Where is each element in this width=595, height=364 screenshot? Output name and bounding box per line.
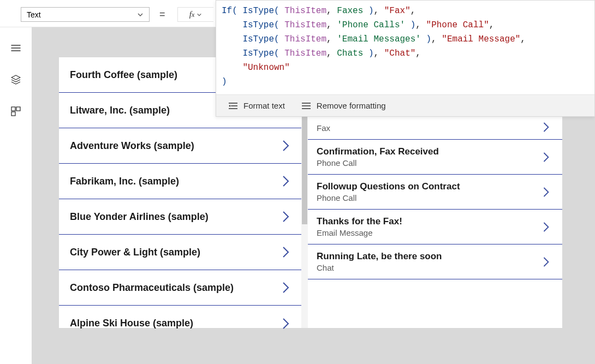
activity-type: Email Message	[317, 228, 402, 237]
chevron-right-icon	[281, 139, 290, 153]
layers-icon[interactable]	[10, 74, 21, 85]
property-selector-value: Text	[27, 10, 41, 19]
activity-type: Fax	[317, 123, 330, 133]
format-text-label: Format text	[243, 101, 285, 110]
gallery-row[interactable]: Alpine Ski House (sample)	[59, 306, 301, 341]
row-title: Adventure Works (sample)	[70, 140, 194, 152]
activity-title: Thanks for the Fax!	[317, 216, 402, 227]
remove-format-icon	[301, 102, 311, 110]
hamburger-icon[interactable]	[10, 43, 21, 53]
chevron-right-icon	[542, 151, 550, 164]
svg-rect-2	[11, 112, 15, 116]
gallery-row[interactable]: Contoso Pharmaceuticals (sample)	[59, 270, 301, 306]
chevron-right-icon	[281, 174, 290, 188]
activity-title: Confirmation, Fax Received	[317, 146, 439, 157]
chevron-right-icon	[542, 186, 550, 199]
chevron-right-icon	[542, 220, 550, 234]
app-sidebar	[0, 0, 32, 364]
formula-toolbar: Format text Remove formatting	[216, 94, 594, 116]
gallery-row[interactable]: Fabrikam, Inc. (sample)	[59, 164, 301, 199]
gallery-row[interactable]: City Power & Light (sample)	[59, 235, 301, 270]
activity-row[interactable]: Fax	[308, 117, 562, 140]
format-text-button[interactable]: Format text	[228, 101, 285, 110]
row-title: Alpine Ski House (sample)	[70, 318, 193, 329]
activity-title: Running Late, be there soon	[317, 251, 442, 262]
row-title: Fourth Coffee (sample)	[70, 69, 177, 81]
components-icon[interactable]	[10, 106, 21, 117]
activity-title: Followup Questions on Contract	[317, 181, 460, 192]
chevron-right-icon	[281, 210, 290, 224]
row-title: Litware, Inc. (sample)	[70, 105, 170, 116]
activity-row[interactable]: Followup Questions on Contract Phone Cal…	[308, 175, 562, 210]
gallery-row[interactable]: Adventure Works (sample)	[59, 128, 301, 164]
chevron-down-icon	[197, 12, 202, 17]
fx-button[interactable]: fx	[177, 7, 213, 22]
remove-formatting-button[interactable]: Remove formatting	[301, 101, 386, 110]
chevron-right-icon	[281, 245, 290, 259]
chevron-right-icon	[281, 281, 290, 295]
activity-row[interactable]: Confirmation, Fax Received Phone Call	[308, 140, 562, 175]
chevron-right-icon	[281, 317, 290, 331]
row-title: Blue Yonder Airlines (sample)	[70, 211, 209, 223]
svg-rect-1	[16, 107, 20, 111]
chevron-down-icon	[137, 11, 144, 18]
activity-type: Phone Call	[317, 158, 439, 168]
chevron-right-icon	[542, 255, 550, 268]
formula-editor-panel: If( IsType( ThisItem, Faxes ), "Fax", Is…	[216, 0, 595, 117]
activity-type: Phone Call	[317, 193, 460, 202]
remove-formatting-label: Remove formatting	[317, 101, 386, 110]
chevron-right-icon	[542, 121, 550, 134]
property-selector[interactable]: Text	[21, 7, 150, 22]
format-icon	[228, 102, 238, 110]
formula-editor[interactable]: If( IsType( ThisItem, Faxes ), "Fax", Is…	[216, 1, 594, 94]
activity-type: Chat	[317, 263, 442, 272]
row-title: Fabrikam, Inc. (sample)	[70, 176, 179, 187]
row-title: Contoso Pharmaceuticals (sample)	[70, 282, 234, 294]
activity-row[interactable]: Thanks for the Fax! Email Message	[308, 210, 562, 244]
activity-row[interactable]: Running Late, be there soon Chat	[308, 244, 562, 279]
equals-sign: =	[159, 9, 165, 20]
svg-rect-0	[11, 107, 15, 111]
row-title: City Power & Light (sample)	[70, 247, 200, 258]
gallery-row[interactable]: Blue Yonder Airlines (sample)	[59, 199, 301, 235]
